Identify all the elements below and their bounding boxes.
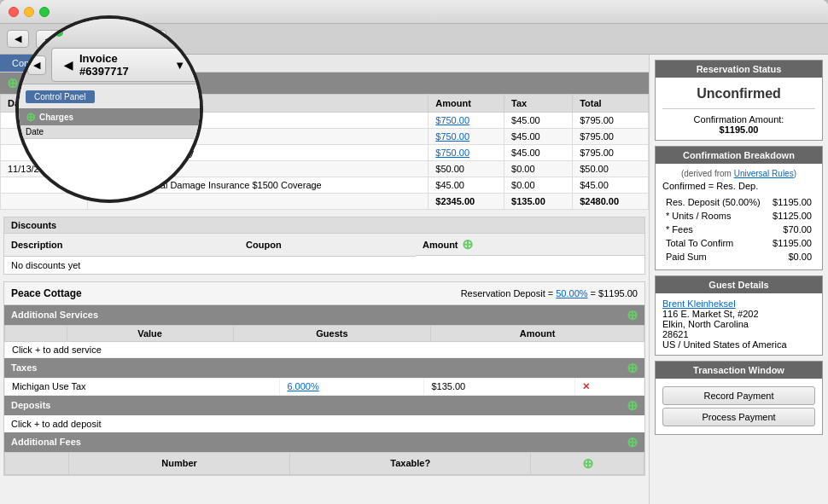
row-tax: $45.00 [504, 145, 573, 161]
add-fee-icon2[interactable]: ⊕ [582, 456, 593, 471]
confirmation-amount-value: $1195.00 [662, 125, 815, 135]
breakdown-value: $1195.00 [769, 237, 813, 249]
row-total: $795.00 [573, 145, 649, 161]
discount-desc-header: Description [4, 234, 239, 256]
confirmation-breakdown-header: Confirmation Breakdown [656, 147, 822, 164]
transaction-window-body: Record Payment Process Payment [656, 379, 822, 434]
discount-empty-row: No discounts yet [4, 256, 644, 274]
guest-details-body: Brent Kleinheksel 116 E. Market St, #202… [656, 293, 822, 355]
property-name: Peace Cottage [11, 287, 82, 299]
fee-taxable-header: Taxable? [290, 452, 531, 474]
add-discount-icon[interactable]: ⊕ [462, 236, 473, 252]
add-service-icon[interactable]: ⊕ [627, 307, 638, 323]
breakdown-label: Paid Sum [664, 251, 767, 263]
guest-address-line1: 116 E. Market St, #202 [662, 309, 815, 319]
tax-rate-link[interactable]: 6.000% [287, 381, 318, 391]
fees-header: Additional Fees ⊕ [4, 432, 644, 452]
amount-link[interactable]: $750.00 [435, 131, 469, 142]
breakdown-row: Res. Deposit (50.00%) $1195.00 [664, 196, 813, 208]
service-guests-header: Guests [233, 325, 431, 341]
fees-label: Additional Fees [11, 437, 81, 447]
add-fee-icon[interactable]: ⊕ [627, 434, 638, 450]
row-amount: $750.00 [429, 113, 504, 129]
record-payment-button[interactable]: Record Payment [662, 386, 815, 405]
row-amount: $750.00 [429, 129, 504, 145]
deposit-percent-link[interactable]: 50.00% [556, 288, 587, 298]
zoom-nav-tab-control-panel[interactable]: Control Panel [26, 90, 95, 103]
confirmation-breakdown-panel: Confirmation Breakdown (derived from Uni… [655, 146, 823, 270]
service-amount-header: Amount [431, 325, 644, 341]
tax-amount: $135.00 [424, 378, 575, 395]
property-section: Peace Cottage Reservation Deposit = 50.0… [3, 281, 645, 476]
taxes-header: Taxes ⊕ [4, 358, 644, 378]
breakdown-label: Total To Confirm [664, 237, 767, 249]
breakdown-note: (derived from Universal Rules) [662, 169, 815, 178]
row-amount: $45.00 [429, 177, 504, 194]
close-button[interactable] [9, 7, 19, 17]
breakdown-value: $1125.00 [769, 210, 813, 222]
taxes-label: Taxes [11, 362, 37, 373]
zoom-circle: ◀ ◀ Invoice #6397717 ▼ Control Panel ⊕ C… [15, 15, 203, 203]
row-tax: $0.00 [504, 177, 573, 194]
breakdown-label: * Units / Rooms [664, 210, 767, 222]
deposits-empty: Click + to add deposit [4, 415, 644, 432]
row-total: $795.00 [573, 129, 649, 145]
guest-name-link[interactable]: Brent Kleinheksel [662, 298, 815, 309]
row-amount: $50.00 [429, 161, 504, 177]
fee-name-header [5, 452, 69, 474]
discount-amount-header: Amount ⊕ [416, 234, 644, 256]
taxes-table: Michigan Use Tax 6.000% $135.00 ✕ [4, 378, 644, 396]
row-tax: $45.00 [504, 129, 573, 145]
additional-services-label: Additional Services [11, 310, 98, 320]
guest-details-header: Guest Details [656, 276, 822, 293]
universal-rules-link[interactable]: Universal Rules [734, 169, 794, 178]
add-deposit-icon[interactable]: ⊕ [627, 397, 638, 414]
guest-details-panel: Guest Details Brent Kleinheksel 116 E. M… [655, 275, 823, 356]
service-desc-header [5, 325, 67, 341]
add-charge-icon[interactable]: ⊕ [7, 75, 18, 91]
confirmation-amount-area: Confirmation Amount: $1195.00 [662, 108, 815, 135]
transaction-window-panel: Transaction Window Record Payment Proces… [655, 361, 823, 435]
breakdown-row: Total To Confirm $1195.00 [664, 237, 813, 249]
guest-address-line4: US / United States of America [662, 339, 815, 350]
minimize-button[interactable] [24, 7, 34, 17]
reservation-status-header: Reservation Status [656, 61, 822, 78]
total-col-header: Total [573, 95, 649, 113]
deposits-label: Deposits [11, 400, 50, 410]
process-payment-button[interactable]: Process Payment [662, 408, 815, 426]
breakdown-value: $0.00 [769, 251, 813, 263]
discount-coupon-header: Coupon [239, 234, 416, 256]
amount-link[interactable]: $750.00 [435, 148, 469, 158]
breakdown-table: Res. Deposit (50.00%) $1195.00 * Units /… [662, 194, 815, 264]
row-total: $50.00 [573, 161, 649, 177]
fee-add-col[interactable]: ⊕ [531, 452, 644, 474]
guest-address-line2: Elkin, North Carolina [662, 319, 815, 329]
discounts-title: Discounts [4, 217, 644, 234]
service-value-header: Value [67, 325, 233, 341]
services-table: Value Guests Amount Click + to add servi… [4, 325, 644, 358]
row-total: $795.00 [573, 113, 649, 129]
property-header: Peace Cottage Reservation Deposit = 50.0… [4, 282, 644, 305]
zoom-back-btn[interactable]: ◀ [27, 55, 46, 75]
amount-link[interactable]: $750.00 [435, 115, 469, 125]
tax-rate: 6.000% [280, 378, 424, 395]
tax-name: Michigan Use Tax [5, 378, 280, 395]
breakdown-value: $1195.00 [769, 196, 813, 208]
zoom-left-arrow: ◀ [64, 59, 73, 72]
row-tax: $0.00 [504, 161, 573, 177]
amount-col-header: Amount [429, 95, 504, 113]
zoom-right-arrow: ▼ [174, 59, 185, 72]
deposits-header: Deposits ⊕ [4, 396, 644, 415]
guest-address-line3: 28621 [662, 329, 815, 339]
add-tax-icon[interactable]: ⊕ [627, 360, 638, 376]
confirmation-label: Confirmation Amount: [662, 114, 815, 125]
service-empty-row: Click + to add service [5, 341, 644, 357]
maximize-button[interactable] [39, 7, 50, 17]
zoom-invoice-dropdown[interactable]: ◀ Invoice #6397717 ▼ [51, 48, 198, 82]
breakdown-row: Paid Sum $0.00 [664, 251, 813, 263]
additional-services-header: Additional Services ⊕ [4, 305, 644, 325]
traffic-lights [9, 7, 50, 17]
totals-amount: $2345.00 [429, 194, 504, 210]
breakdown-row: * Units / Rooms $1125.00 [664, 210, 813, 222]
tax-remove[interactable]: ✕ [575, 378, 644, 395]
